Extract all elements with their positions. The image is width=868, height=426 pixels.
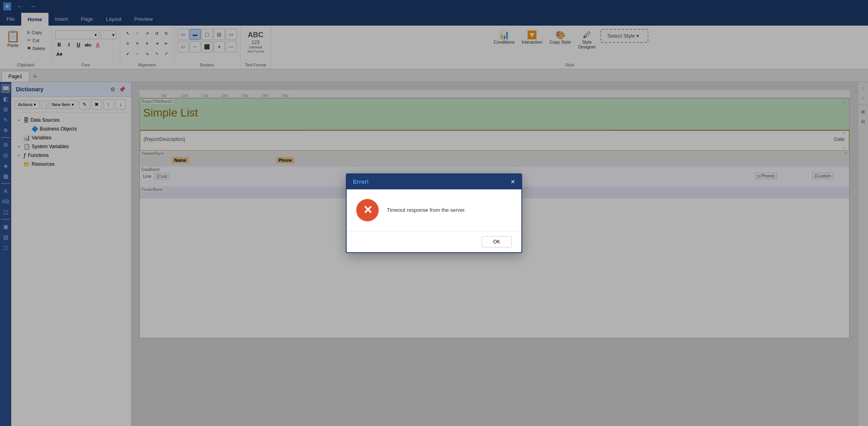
dialog-header: Error! × [347,174,521,189]
error-dialog: Error! × ✕ Timeout response from the ser… [346,173,522,253]
dialog-overlay[interactable]: Error! × ✕ Timeout response from the ser… [0,0,868,426]
error-icon: ✕ [356,199,379,221]
dialog-title: Error! [353,179,369,185]
dialog-message: Timeout response from the server. [387,207,466,213]
dialog-close-button[interactable]: × [511,178,515,185]
dialog-footer: OK [347,231,521,252]
ok-button[interactable]: OK [482,236,512,247]
dialog-body: ✕ Timeout response from the server. [347,189,521,231]
